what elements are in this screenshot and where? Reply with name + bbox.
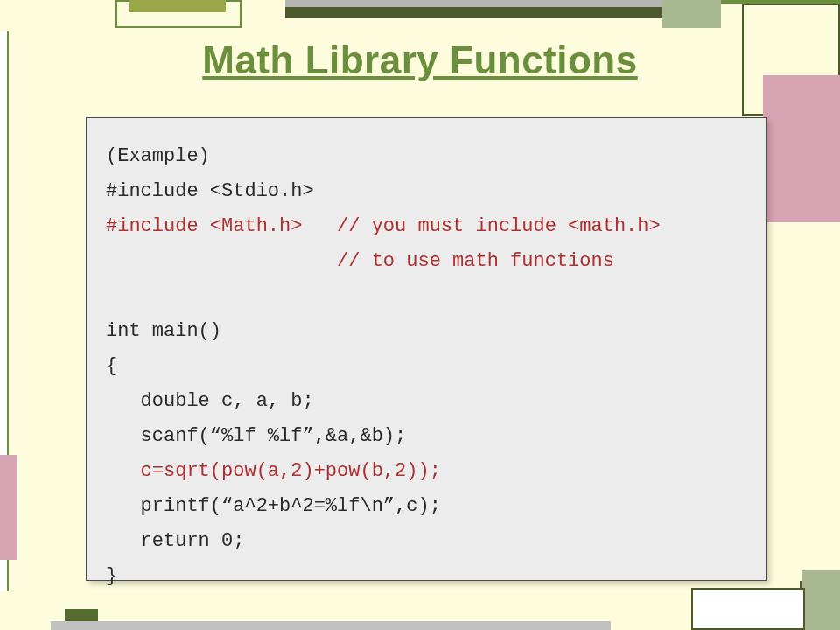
- decor-top-olive: [130, 0, 226, 12]
- code-line: scanf(“%lf %lf”,&a,&b);: [106, 419, 746, 454]
- code-segment: #include <Math.h>: [106, 215, 337, 237]
- decor-right-pink: [763, 75, 840, 222]
- code-example-box: (Example)#include <Stdio.h>#include <Mat…: [86, 117, 766, 581]
- slide-canvas: Math Library Functions (Example)#include…: [0, 0, 840, 630]
- code-line: {: [106, 349, 746, 384]
- decor-top-sage: [662, 0, 721, 28]
- code-line: }: [106, 559, 746, 594]
- code-line: printf(“a^2+b^2=%lf\n”,c);: [106, 489, 746, 524]
- decor-top-dark: [285, 7, 663, 18]
- decor-bottom-dark: [65, 609, 98, 621]
- code-line: int main(): [106, 314, 746, 349]
- code-line: // to use math functions: [106, 244, 746, 279]
- decor-left-pink: [0, 455, 18, 560]
- code-line: #include <Math.h> // you must include <m…: [106, 209, 746, 244]
- decor-bottom-right-box: [691, 588, 805, 630]
- code-line: return 0;: [106, 524, 746, 559]
- code-line: double c, a, b;: [106, 384, 746, 419]
- slide-title: Math Library Functions: [0, 38, 840, 82]
- code-segment: // you must include <math.h>: [337, 215, 661, 237]
- code-line: c=sqrt(pow(a,2)+pow(b,2));: [106, 454, 746, 489]
- decor-bottom-right-sage: [802, 570, 840, 630]
- code-line: [106, 279, 746, 314]
- decor-bottom-gray: [51, 621, 611, 630]
- code-segment: // to use math functions: [106, 250, 614, 272]
- code-line: (Example): [106, 139, 746, 174]
- decor-top-gray: [285, 0, 663, 7]
- code-line: #include <Stdio.h>: [106, 174, 746, 209]
